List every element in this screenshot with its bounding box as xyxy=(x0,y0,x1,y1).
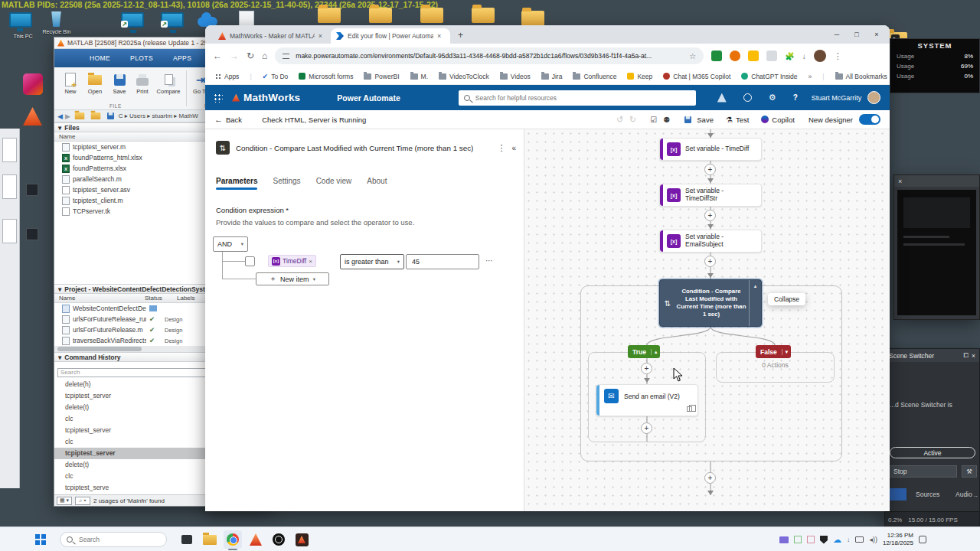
collapse-node-chevron[interactable]: ▴ xyxy=(749,280,761,326)
taskbar-task-view[interactable] xyxy=(178,530,196,549)
desktop-icon-shortcut-1[interactable]: ↗ xyxy=(121,12,144,28)
tab-close-icon[interactable]: × xyxy=(437,32,441,40)
row-more-icon[interactable]: ⋯ xyxy=(485,256,493,265)
desktop-folder-icon[interactable] xyxy=(369,8,392,23)
search-options[interactable]: ⌕ ▾ xyxy=(75,497,90,505)
print-button[interactable]: Print xyxy=(131,71,154,95)
tab-audio[interactable]: Audio .. xyxy=(956,491,978,498)
docked-panel-tile[interactable] xyxy=(2,219,17,243)
bookmark-star-icon[interactable]: ☆ xyxy=(689,52,696,60)
close-icon[interactable]: × xyxy=(972,352,975,360)
docked-panel-tile[interactable] xyxy=(2,138,17,162)
waffle-menu-icon[interactable] xyxy=(213,93,223,103)
save-button[interactable]: Save xyxy=(108,71,131,95)
hidden-icons-chevron[interactable]: ↓ xyxy=(847,536,851,543)
avatar[interactable] xyxy=(867,91,880,104)
maximize-button[interactable]: □ xyxy=(847,25,867,44)
bookmark-chatgpt[interactable]: ChatGPT Inside xyxy=(741,73,797,80)
taskbar-chrome[interactable] xyxy=(224,530,242,549)
share-icon[interactable]: ⚉ xyxy=(663,116,670,124)
action-node-set-variable-timediffstr[interactable]: [x] Set variable - TimeDiffStr xyxy=(659,184,762,207)
new-tab-button[interactable]: + xyxy=(458,30,463,41)
stop-button[interactable]: Stop xyxy=(887,465,957,478)
bookmark-videotoclock[interactable]: VideoToClock xyxy=(439,73,489,80)
insert-step-button[interactable]: + xyxy=(704,472,716,484)
insert-step-button[interactable]: + xyxy=(641,422,652,434)
new-item-button[interactable]: ＋New item▾ xyxy=(256,272,329,285)
condition-node-selected[interactable]: ⇅ Condition - Compare Last Modified with… xyxy=(659,279,762,327)
browse-folder-icon[interactable] xyxy=(75,112,85,119)
phone-link-icon[interactable] xyxy=(855,536,864,543)
breadcrumb[interactable]: C ▸ Users ▸ stuartm ▸ MathW xyxy=(119,112,198,119)
tray-app-icon[interactable] xyxy=(794,536,802,543)
bookmark-forms[interactable]: Microsoft forms xyxy=(299,73,353,80)
operand-chip[interactable]: [x] TimeDiff × xyxy=(268,255,316,267)
ribbon-tab-apps[interactable]: APPS xyxy=(173,54,191,62)
start-button[interactable] xyxy=(35,534,46,545)
home-icon[interactable]: ⌂ xyxy=(262,51,267,61)
action-node-set-variable-timediff[interactable]: [x] Set variable - TimeDiff xyxy=(659,138,762,161)
avatar[interactable] xyxy=(814,50,826,62)
back-icon[interactable]: ← xyxy=(213,51,222,61)
desktop-icon-this-pc[interactable]: This PC xyxy=(9,12,41,39)
desktop-app-orange-icon[interactable] xyxy=(23,107,42,126)
helpful-resources-search[interactable] xyxy=(459,90,696,106)
new-folder-icon[interactable] xyxy=(91,112,101,119)
shield-icon[interactable] xyxy=(820,536,828,544)
remove-chip-icon[interactable]: × xyxy=(309,258,312,265)
bookmark-videos[interactable]: Videos xyxy=(500,73,531,80)
tray-app-icon[interactable] xyxy=(807,536,815,543)
cast-icon[interactable] xyxy=(766,51,777,61)
all-bookmarks[interactable]: All Bookmarks xyxy=(835,73,887,80)
save-button[interactable]: Save xyxy=(682,114,714,126)
browser-tab-power-automate[interactable]: Edit your flow | Power Automa × xyxy=(331,28,450,44)
scrollbar-thumb[interactable] xyxy=(57,347,142,351)
bookmark-confluence[interactable]: Confluence xyxy=(573,73,616,80)
address-bar[interactable]: ☆ xyxy=(275,47,704,64)
back-arrow-icon[interactable]: ◀ xyxy=(57,112,63,120)
bookmark-m[interactable]: M. xyxy=(410,73,428,80)
bookmark-todo[interactable]: ✔To Do xyxy=(263,73,289,80)
header-search-input[interactable] xyxy=(474,93,691,103)
undo-icon[interactable]: ↺ xyxy=(616,115,623,125)
operator-dropdown[interactable]: is greater than▾ xyxy=(340,254,404,269)
desktop-folder-icon[interactable] xyxy=(521,11,544,26)
value-input[interactable] xyxy=(410,257,475,266)
presence-icon[interactable] xyxy=(743,93,752,102)
tab-code-view[interactable]: Code view xyxy=(316,177,352,185)
new-designer-toggle[interactable] xyxy=(859,114,880,125)
tab-close-icon[interactable]: × xyxy=(318,32,322,40)
taskbar-matlab-installer[interactable] xyxy=(292,530,311,549)
kebab-menu-icon[interactable]: ⋮ xyxy=(834,51,842,61)
reload-icon[interactable]: ↻ xyxy=(247,51,254,61)
settings-gear-icon[interactable]: ⚙ xyxy=(769,93,776,103)
scene-switcher-titlebar[interactable]: Scene Switcher ⧠ × xyxy=(885,349,979,362)
copy-icon[interactable]: ⧠ xyxy=(964,352,969,360)
active-button[interactable]: Active xyxy=(890,447,975,458)
taskbar-file-explorer[interactable] xyxy=(201,530,219,549)
desktop-small-icon[interactable] xyxy=(26,184,38,196)
value-field[interactable] xyxy=(406,254,479,269)
taskbar-obs[interactable] xyxy=(270,530,288,549)
copilot-button[interactable]: Copilot xyxy=(761,116,795,124)
bookmark-keep[interactable]: Keep xyxy=(627,73,652,80)
extension-icon[interactable] xyxy=(711,51,722,61)
desktop-app-pink-icon[interactable] xyxy=(23,73,43,95)
tab-sources[interactable]: Sources xyxy=(916,491,939,498)
bookmark-jira[interactable]: Jira xyxy=(541,73,563,80)
true-branch-badge[interactable]: True▴ xyxy=(628,345,660,358)
extension-icon[interactable] xyxy=(730,51,740,61)
compare-button[interactable]: Compare xyxy=(154,71,183,95)
open-button[interactable]: Open xyxy=(83,71,106,95)
onedrive-cloud-icon[interactable]: ☁ xyxy=(833,535,841,545)
ribbon-tab-plots[interactable]: PLOTS xyxy=(130,54,153,62)
environment-icon[interactable] xyxy=(717,93,727,103)
desktop-small-icon[interactable] xyxy=(26,228,38,240)
ribbon-tab-home[interactable]: HOME xyxy=(90,54,110,62)
back-button[interactable]: ←Back xyxy=(214,115,242,124)
tab-settings[interactable]: Settings xyxy=(273,177,300,185)
forward-icon[interactable]: → xyxy=(230,51,239,61)
volume-icon[interactable]: ◂)) xyxy=(869,536,877,543)
browser-tab-mathworks[interactable]: MathWorks - Maker of MATLA × xyxy=(213,28,328,44)
false-branch-badge[interactable]: False▾ xyxy=(756,345,791,358)
